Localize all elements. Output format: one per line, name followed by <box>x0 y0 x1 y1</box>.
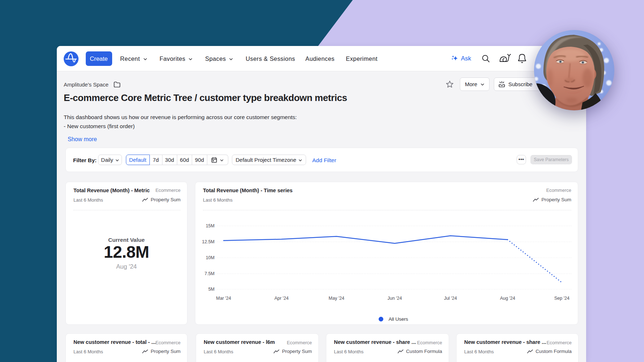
svg-text:Apr '24: Apr '24 <box>274 296 288 301</box>
svg-text:All Users: All Users <box>389 316 408 322</box>
svg-text:7.5M: 7.5M <box>204 271 215 276</box>
svg-text:12.5M: 12.5M <box>202 239 215 244</box>
svg-text:5M: 5M <box>208 287 215 292</box>
svg-text:Jun '24: Jun '24 <box>387 296 402 301</box>
svg-text:Sep '24: Sep '24 <box>554 296 569 301</box>
svg-text:Aug '24: Aug '24 <box>500 296 515 301</box>
svg-text:15M: 15M <box>206 223 215 228</box>
svg-text:Mar '24: Mar '24 <box>216 296 231 301</box>
svg-text:May '24: May '24 <box>329 296 344 301</box>
svg-text:Jul '24: Jul '24 <box>444 296 457 301</box>
svg-text:10M: 10M <box>206 255 215 260</box>
